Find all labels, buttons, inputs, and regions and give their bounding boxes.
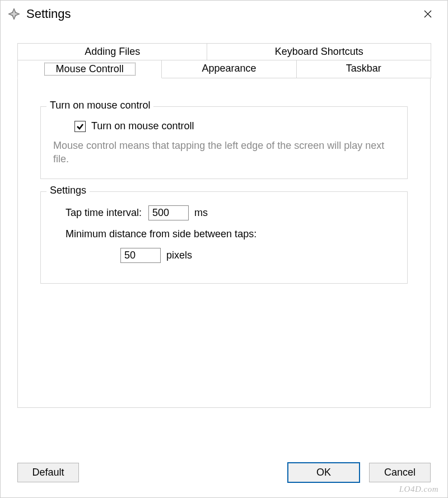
checkmark-icon <box>76 123 84 130</box>
window-title: Settings <box>26 7 415 21</box>
tab-adding-files[interactable]: Adding Files <box>17 43 207 60</box>
tab-taskbar[interactable]: Taskbar <box>296 60 431 78</box>
min-distance-label: Minimum distance from side between taps: <box>66 228 256 240</box>
min-distance-value-row: pixels <box>120 248 395 263</box>
tab-mouse-controll[interactable]: Mouse Controll <box>17 60 162 78</box>
content-area: Adding Files Keyboard Shortcuts Mouse Co… <box>1 27 447 419</box>
settings-window: Settings Adding Files Keyboard Shortcuts… <box>0 0 448 498</box>
titlebar: Settings <box>1 1 447 27</box>
tab-label: Mouse Controll <box>44 63 136 76</box>
tap-interval-unit: ms <box>194 207 208 219</box>
tab-row-bottom: Mouse Controll Appearance Taskbar <box>17 60 431 78</box>
tap-interval-input[interactable] <box>148 205 189 220</box>
cancel-button[interactable]: Cancel <box>369 463 431 482</box>
watermark: LO4D.com <box>399 485 438 494</box>
tab-appearance[interactable]: Appearance <box>161 60 296 78</box>
tab-label: Taskbar <box>346 63 381 74</box>
close-icon <box>424 10 432 18</box>
group-turn-on-mouse-control: Turn on mouse control Turn on mouse cont… <box>40 106 408 179</box>
tab-label: Appearance <box>202 63 256 74</box>
group-settings: Settings Tap time interval: ms Minimum d… <box>40 191 408 284</box>
turn-on-mouse-control-checkbox[interactable] <box>74 121 86 132</box>
tab-label: Keyboard Shortcuts <box>275 46 363 57</box>
tab-container: Adding Files Keyboard Shortcuts Mouse Co… <box>17 43 431 408</box>
checkbox-row: Turn on mouse controll <box>74 120 395 132</box>
ok-button[interactable]: OK <box>287 462 360 483</box>
svg-marker-1 <box>10 10 18 18</box>
close-button[interactable] <box>415 1 441 27</box>
min-distance-label-row: Minimum distance from side between taps: <box>66 228 395 240</box>
group-legend: Turn on mouse control <box>46 100 153 111</box>
min-distance-unit: pixels <box>166 250 192 261</box>
group-legend: Settings <box>46 185 90 196</box>
button-bar: Default OK Cancel <box>17 462 431 483</box>
tab-keyboard-shortcuts[interactable]: Keyboard Shortcuts <box>207 43 431 60</box>
help-text: Mouse control means that tapping the lef… <box>53 139 395 166</box>
tap-interval-label: Tap time interval: <box>66 207 142 219</box>
checkbox-label: Turn on mouse controll <box>91 120 194 132</box>
min-distance-input[interactable] <box>120 248 161 263</box>
tab-panel: Turn on mouse control Turn on mouse cont… <box>17 78 431 408</box>
tap-interval-row: Tap time interval: ms <box>66 205 395 220</box>
default-button[interactable]: Default <box>17 463 79 482</box>
app-icon <box>7 7 21 21</box>
tab-label: Adding Files <box>85 46 140 57</box>
tab-row-top: Adding Files Keyboard Shortcuts <box>17 43 431 60</box>
